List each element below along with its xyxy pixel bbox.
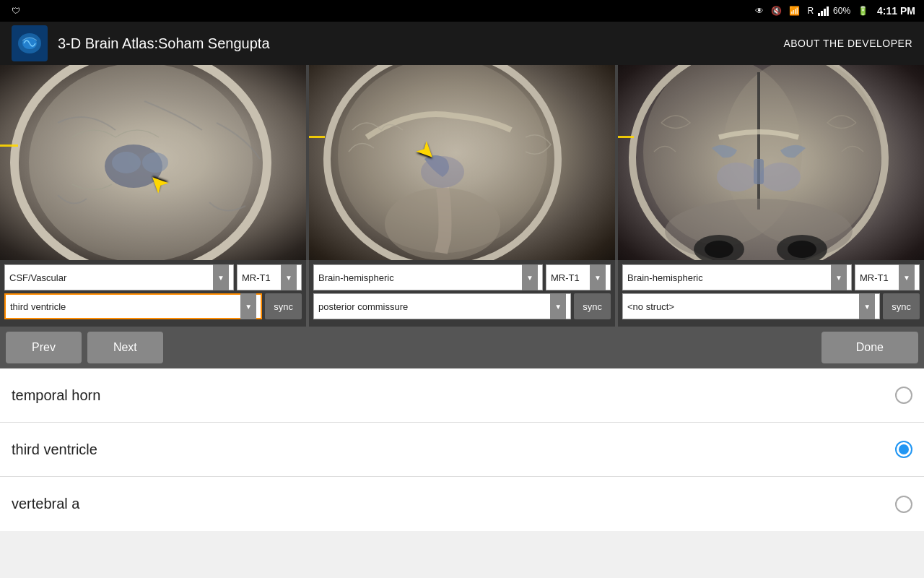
svg-point-21 [705,241,733,258]
app-bar: 3-D Brain Atlas:Soham Sengupta ABOUT THE… [0,22,924,65]
svg-point-9 [385,188,500,260]
structure-list: temporal hornthird ventriclevertebral a [0,368,924,531]
list-item-label-third-ventricle: third ventricle [12,441,895,458]
category-row-center: Brain-hemispheric ▼ MR-T1 ▼ [313,264,611,290]
mri-panel-axial[interactable]: ➤ [0,65,309,260]
category-dropdown-arrow-center[interactable]: ▼ [522,264,538,290]
svg-point-15 [717,163,757,191]
horizontal-line-indicator [0,144,18,147]
svg-rect-17 [754,159,764,184]
structure-dropdown-arrow-center[interactable]: ▼ [550,293,566,319]
app-logo [12,25,48,61]
wifi-icon: 📶 [789,6,800,16]
radio-button-vertebral-a[interactable] [895,496,912,513]
mri-panel-coronal[interactable] [618,65,924,260]
list-item-temporal-horn[interactable]: temporal horn [0,368,924,423]
axial-brain-image: ➤ [0,65,306,260]
structure-row-right: <no struct> ▼ sync [622,293,920,319]
battery-icon: 🔋 [858,6,868,16]
done-button[interactable]: Done [821,332,918,363]
category-dropdown-center[interactable]: Brain-hemispheric ▼ [313,264,543,290]
sync-button-left[interactable]: sync [265,293,302,319]
svg-point-6 [142,152,168,173]
about-developer-button[interactable]: ABOUT THE DEVELOPER [783,38,912,49]
signal-icon: R [807,6,814,16]
structure-dropdown-arrow-left[interactable]: ▼ [240,293,256,319]
structure-row-center: posterior commissure ▼ sync [313,293,611,319]
mri-panel-sagittal[interactable]: ➤ [309,65,618,260]
category-row-right: Brain-hemispheric ▼ MR-T1 ▼ [622,264,920,290]
status-bar: 🛡 👁 🔇 📶 R 60% 🔋 4:11 PM [0,0,924,22]
svg-point-22 [788,241,816,258]
mute-icon: 🔇 [771,6,782,16]
modality-dropdown-arrow-center[interactable]: ▼ [590,264,606,290]
svg-point-16 [760,163,801,191]
mri-panels-container: ➤ [0,65,924,260]
radio-button-third-ventricle[interactable] [895,441,912,458]
mri-controls: CSF/Vascular ▼ MR-T1 ▼ third ventricle ▼… [0,260,924,327]
list-item-label-temporal-horn: temporal horn [12,387,895,404]
next-button[interactable]: Next [87,332,163,363]
modality-dropdown-center[interactable]: MR-T1 ▼ [546,264,611,290]
sync-button-right[interactable]: sync [883,293,920,319]
structure-dropdown-left[interactable]: third ventricle ▼ [4,293,262,319]
sync-button-center[interactable]: sync [574,293,611,319]
modality-dropdown-arrow-left[interactable]: ▼ [281,264,297,290]
structure-row-left: third ventricle ▼ sync [4,293,302,319]
list-item-label-vertebral-a: vertebral a [12,496,895,512]
list-item-third-ventricle[interactable]: third ventricle [0,423,924,477]
sagittal-brain-image: ➤ [309,65,615,260]
eye-icon: 👁 [755,6,764,16]
category-dropdown-right[interactable]: Brain-hemispheric ▼ [622,264,852,290]
category-dropdown-left[interactable]: CSF/Vascular ▼ [4,264,234,290]
clock: 4:11 PM [877,5,915,17]
panel-controls-right: Brain-hemispheric ▼ MR-T1 ▼ <no struct> … [618,260,924,327]
coronal-brain-image [618,65,924,260]
battery-level: 60% [833,6,850,16]
modality-dropdown-arrow-right[interactable]: ▼ [899,264,915,290]
signal-bars [818,6,829,16]
horizontal-line-indicator-sagittal [309,136,325,138]
app-icon: 🛡 [12,6,20,16]
structure-dropdown-arrow-right[interactable]: ▼ [859,293,875,319]
modality-dropdown-left[interactable]: MR-T1 ▼ [237,264,302,290]
structure-dropdown-center[interactable]: posterior commissure ▼ [313,293,571,319]
radio-button-temporal-horn[interactable] [895,387,912,404]
prev-button[interactable]: Prev [6,332,82,363]
panel-controls-center: Brain-hemispheric ▼ MR-T1 ▼ posterior co… [309,260,618,327]
horizontal-line-indicator-coronal [618,136,634,138]
category-dropdown-arrow-left[interactable]: ▼ [213,264,229,290]
list-item-vertebral-a[interactable]: vertebral a [0,477,924,531]
navigation-bar: Prev Next Done [0,327,924,368]
svg-point-5 [112,152,141,173]
app-title: 3-D Brain Atlas:Soham Sengupta [58,35,783,52]
structure-dropdown-right[interactable]: <no struct> ▼ [622,293,880,319]
category-dropdown-arrow-right[interactable]: ▼ [831,264,847,290]
panel-controls-left: CSF/Vascular ▼ MR-T1 ▼ third ventricle ▼… [0,260,309,327]
modality-dropdown-right[interactable]: MR-T1 ▼ [855,264,920,290]
category-row-left: CSF/Vascular ▼ MR-T1 ▼ [4,264,302,290]
